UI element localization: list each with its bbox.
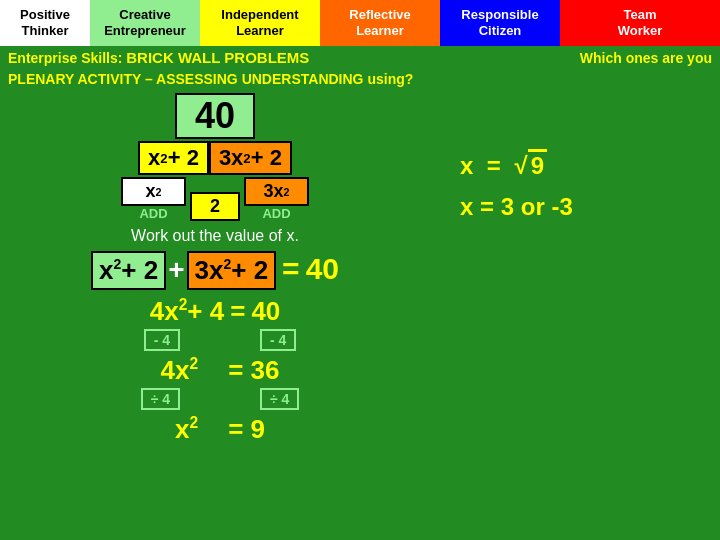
step1-40: 40 bbox=[251, 296, 280, 327]
solution1-line: x = √9 bbox=[460, 149, 700, 181]
subtitle-bar: Enterprise Skills: BRICK WALL PROBLEMS W… bbox=[0, 46, 720, 69]
add-label-right: ADD bbox=[262, 206, 290, 221]
tab-team-worker[interactable]: Team Worker bbox=[560, 0, 720, 46]
step3-row: x2 = 9 bbox=[165, 414, 265, 445]
minus4-row: - 4 - 4 bbox=[134, 329, 297, 351]
solution1-sqrt: √9 bbox=[515, 152, 548, 179]
number-40: 40 bbox=[175, 93, 255, 139]
big-equation-row: x2+ 2 + 3x2+ 2 = 40 bbox=[91, 251, 339, 290]
brick-x2: x2 bbox=[121, 177, 186, 206]
big-eq-3x2plus2: 3x2+ 2 bbox=[187, 251, 277, 290]
div4-right: ÷ 4 bbox=[260, 388, 299, 410]
step3-x2: x2 bbox=[175, 414, 198, 445]
tab-creative-entrepreneur[interactable]: Creative Entrepreneur bbox=[90, 0, 200, 46]
brick-3x2: 3x2 bbox=[244, 177, 309, 206]
big-eq-40: 40 bbox=[306, 252, 339, 286]
div4-left: ÷ 4 bbox=[141, 388, 180, 410]
step1-equals: = bbox=[230, 296, 245, 327]
step2-4x2: 4x2 bbox=[161, 355, 199, 386]
div4-row: ÷ 4 ÷ 4 bbox=[131, 388, 300, 410]
tab-responsible-citizen[interactable]: Responsible Citizen bbox=[440, 0, 560, 46]
brick-wall-label: BRICK WALL PROBLEMS bbox=[126, 49, 309, 66]
brick-x2-col: x2 ADD bbox=[121, 177, 186, 221]
tab-positive-thinker[interactable]: Positive Thinker bbox=[0, 0, 90, 46]
which-label: Which ones are you bbox=[580, 50, 712, 66]
minus4-right: - 4 bbox=[260, 329, 296, 351]
big-eq-plus: + bbox=[168, 254, 184, 286]
step1-text: 4x2+ 4 bbox=[150, 296, 224, 327]
step1-row: 4x2+ 4 = 40 bbox=[150, 296, 281, 327]
tabs-row: Positive Thinker Creative Entrepreneur I… bbox=[0, 0, 720, 46]
plenary-text: PLENARY ACTIVITY – ASSESSING UNDERSTANDI… bbox=[8, 71, 364, 87]
add-label-left: ADD bbox=[139, 206, 167, 221]
big-eq-x2plus2: x2+ 2 bbox=[91, 251, 166, 290]
tab-reflective-learner[interactable]: Reflective Learner bbox=[320, 0, 440, 46]
brick-2-col: 2 bbox=[190, 192, 240, 221]
brick-x2plus2: x2+ 2 bbox=[138, 141, 209, 175]
solution2-text: x = 3 or -3 bbox=[460, 193, 573, 220]
solution2-line: x = 3 or -3 bbox=[460, 191, 700, 222]
step2-row: 4x2 = 36 bbox=[151, 355, 280, 386]
using-text: using? bbox=[368, 71, 414, 87]
brick-3x2plus2: 3x2+ 2 bbox=[209, 141, 292, 175]
minus4-left: - 4 bbox=[144, 329, 180, 351]
brick-row-1: x2+ 2 3x2+ 2 bbox=[138, 141, 292, 175]
left-column: 40 x2+ 2 3x2+ 2 x2 ADD 2 3x2 ADD Work ou… bbox=[0, 89, 430, 447]
big-eq-equals: = bbox=[282, 252, 300, 286]
solution1-x: x = bbox=[460, 152, 507, 179]
right-column: x = √9 x = 3 or -3 bbox=[460, 89, 720, 222]
enterprise-label: Enterprise Skills: bbox=[8, 50, 122, 66]
plenary-bar: PLENARY ACTIVITY – ASSESSING UNDERSTANDI… bbox=[0, 69, 720, 89]
work-out-text: Work out the value of x. bbox=[131, 227, 299, 245]
tab-independent-learner[interactable]: Independent Learner bbox=[200, 0, 320, 46]
brick-3x2-col: 3x2 ADD bbox=[244, 177, 309, 221]
main-content: 40 x2+ 2 3x2+ 2 x2 ADD 2 3x2 ADD Work ou… bbox=[0, 89, 720, 447]
step3-equals9: = 9 bbox=[228, 414, 265, 445]
brick-row-2-wrapper: x2 ADD 2 3x2 ADD bbox=[121, 177, 309, 221]
brick-2: 2 bbox=[190, 192, 240, 221]
step2-equals: = 36 bbox=[228, 355, 279, 386]
